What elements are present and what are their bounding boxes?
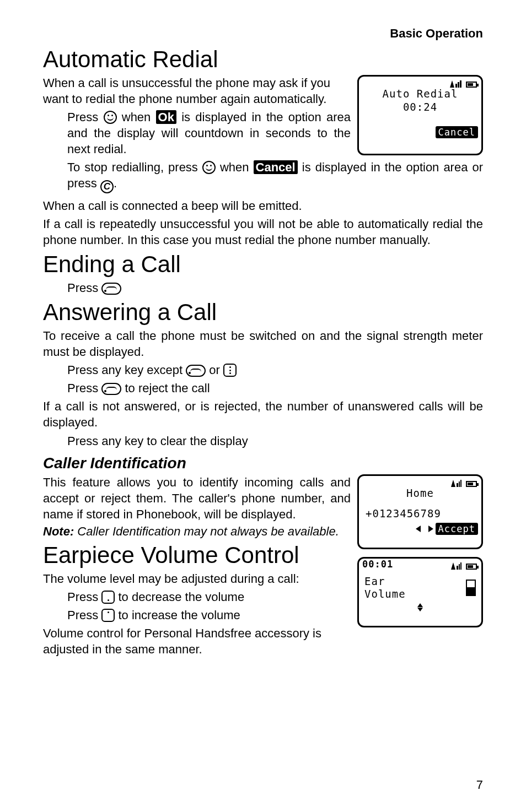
paragraph: If a call is not answered, or is rejecte…	[43, 398, 483, 430]
arrow-right-icon	[428, 526, 433, 532]
screen-text-line: Ear	[364, 575, 406, 588]
clear-key-icon: C	[100, 180, 114, 193]
figure-auto-redial-screen: Auto Redial 00:24 Cancel	[357, 75, 483, 155]
instruction: Press any key except or	[67, 362, 483, 378]
instruction: Press any key to clear the display	[67, 433, 483, 449]
heading-answering-call: Answering a Call	[43, 299, 483, 326]
battery-icon	[466, 481, 477, 487]
instruction: Press to reject the call	[67, 380, 483, 396]
signal-icon	[451, 562, 464, 570]
screen-text-line: Volume	[364, 588, 406, 601]
screen-text-line: +0123456789	[362, 507, 478, 521]
end-key-icon	[101, 283, 121, 295]
paragraph: To receive a call the phone must be swit…	[43, 328, 483, 360]
arrow-left-icon	[416, 526, 421, 532]
paragraph: When a call is connected a beep will be …	[43, 198, 483, 214]
signal-icon	[451, 480, 464, 487]
nav-down-key-icon	[101, 591, 115, 604]
ok-label: Ok	[156, 110, 176, 124]
paragraph: Volume control for Personal Handsfree ac…	[43, 625, 330, 657]
battery-icon	[466, 82, 477, 88]
signal-icon	[450, 80, 464, 88]
nav-key-icon	[223, 364, 237, 377]
nav-up-key-icon	[101, 609, 115, 622]
screen-softkey-cancel: Cancel	[436, 126, 478, 138]
screen-softkey-accept: Accept	[436, 523, 478, 535]
cancel-label: Cancel	[254, 160, 298, 174]
screen-text-line: Auto Redial	[362, 88, 478, 101]
ok-key-icon	[202, 161, 216, 174]
figure-caller-id-screen: Home +0123456789 Accept 00:01 Ear Volume	[357, 474, 483, 627]
heading-auto-redial: Automatic Redial	[43, 46, 483, 73]
section-header: Basic Operation	[43, 26, 483, 41]
page-number: 7	[476, 778, 483, 792]
heading-caller-id: Caller Identification	[43, 454, 483, 472]
instruction: Press	[67, 280, 483, 296]
ok-key-icon	[104, 111, 117, 124]
screen-text-line: 00:24	[362, 101, 478, 114]
heading-ending-call: Ending a Call	[43, 251, 483, 278]
screen-clock: 00:01	[362, 559, 393, 570]
battery-icon	[466, 564, 477, 570]
volume-bar-icon	[466, 580, 476, 596]
screen-text-line: Home	[362, 487, 478, 500]
arrow-up-down-icon	[417, 603, 423, 611]
end-key-icon	[186, 365, 206, 377]
end-key-icon	[101, 383, 121, 395]
paragraph: If a call is repeatedly unsuccessful you…	[43, 216, 483, 248]
instruction: To stop redialling, press when Cancel is…	[67, 159, 483, 193]
